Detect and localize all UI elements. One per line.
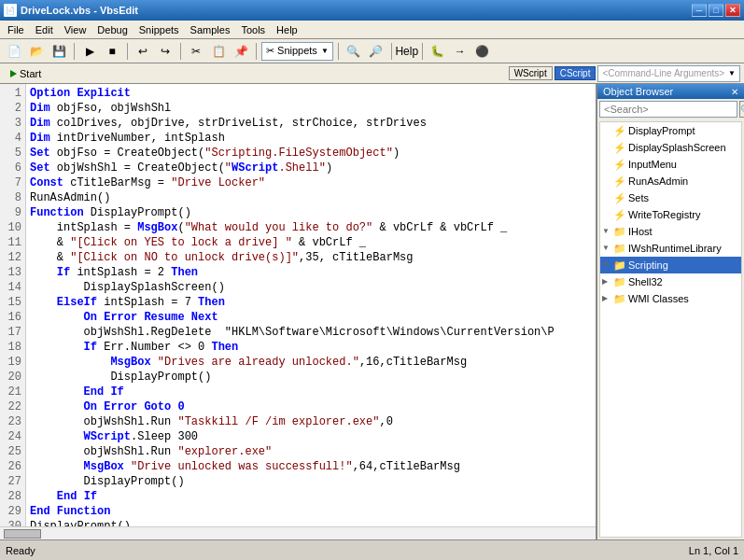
help-button[interactable]: Help [397,41,417,62]
tree-item-writetoregistry[interactable]: ⚡ WriteToRegistry [600,206,741,223]
tree-item-label: DisplaySplashScreen [628,140,726,155]
expand-icon: ▼ [602,241,611,256]
tree-item-shell32[interactable]: ▶ 📁 Shell32 [600,273,741,290]
wscript-tab[interactable]: WScript [509,66,553,80]
maximize-button[interactable]: □ [709,4,723,17]
toolbar-sep-4 [256,43,257,60]
tree-item-sets[interactable]: ⚡ Sets [600,189,741,206]
title-bar-buttons: ─ □ ✕ [692,4,740,17]
code-line: MsgBox "Drive unlocked was successfull!"… [30,459,592,474]
undo-button[interactable]: ↩ [133,41,153,62]
stop-button[interactable]: ■ [102,41,122,62]
line-number: 1 [4,86,21,101]
code-editor: 1234567891011121314151617181920212223242… [0,84,597,539]
tree-item-inputmenu[interactable]: ⚡ InputMenu [600,156,741,173]
item-icon: ⚡ [613,207,626,222]
redo-button[interactable]: ↪ [155,41,175,62]
search-button[interactable]: 🔍 [739,101,744,118]
tree-item-ihost[interactable]: ▼ 📁 IHost [600,223,741,240]
code-line: DisplayPrompt() [30,474,592,489]
start-label: Start [20,68,41,79]
tree-item-label: InputMenu [628,157,677,172]
tree-item-label: Sets [628,190,649,205]
folder-icon: 📁 [613,241,626,256]
copy-button[interactable]: 📋 [208,41,229,62]
cscript-label: CScript [560,68,591,78]
tree-item-label: WMI Classes [628,291,689,306]
line-number: 27 [4,474,21,489]
expand-icon: ▶ [602,274,611,289]
line-number: 17 [4,325,21,340]
folder-icon: 📁 [613,274,626,289]
code-line: RunAsAdmin() [30,190,592,205]
cmd-args-placeholder: <Command-Line Arguments> [602,68,724,78]
line-number: 19 [4,355,21,370]
start-icon [10,70,17,77]
code-line: objWshShl.Run "explorer.exe" [30,444,592,459]
new-button[interactable]: 📄 [4,41,24,62]
object-browser-panel: Object Browser ✕ 🔍 ⚡ DisplayPrompt ⚡ Dis… [597,84,744,539]
main-content: 1234567891011121314151617181920212223242… [0,84,744,539]
menu-edit[interactable]: Edit [30,22,59,37]
line-number: 5 [4,146,21,161]
line-number: 9 [4,205,21,220]
code-line: WScript.Sleep 300 [30,429,592,444]
window-title: DriveLock.vbs - VbsEdit [21,5,138,16]
menu-file[interactable]: File [2,22,30,37]
tree-item-displaysplashscreen[interactable]: ⚡ DisplaySplashScreen [600,139,741,156]
menu-bar: File Edit View Debug Snippets Samples To… [0,21,744,39]
paste-button[interactable]: 📌 [231,41,251,62]
minimize-button[interactable]: ─ [692,4,707,17]
toolbar-sep-5 [338,43,339,60]
cmd-args-input[interactable]: <Command-Line Arguments> ▼ [597,65,740,82]
line-number: 2 [4,101,21,116]
cursor-position: Ln 1, Col 1 [689,545,738,556]
breakpoint-button[interactable]: ⚫ [472,41,493,62]
wscript-label: WScript [514,68,547,78]
snippets-combo[interactable]: ✂ Snippets ▼ [261,42,333,61]
tree-item-iwshruntimelibrary[interactable]: ▼ 📁 IWshRuntimeLibrary [600,240,741,257]
debug-button[interactable]: 🐛 [428,41,448,62]
menu-help[interactable]: Help [271,22,303,37]
start-button[interactable]: Start [4,66,48,81]
zoom-out-button[interactable]: 🔎 [366,41,386,62]
tree-item-scripting[interactable]: ▼ 📁 Scripting [600,257,741,273]
cmd-args-arrow-icon: ▼ [728,69,736,77]
code-content[interactable]: Option ExplicitDim objFso, objWshShlDim … [26,84,596,526]
code-line: objWshShl.RegDelete "HKLM\Software\Micro… [30,325,592,340]
tree-item-runasadmin[interactable]: ⚡ RunAsAdmin [600,173,741,189]
tree-item-label: Scripting [628,258,668,273]
item-icon: ⚡ [613,157,626,172]
line-number: 11 [4,235,21,250]
menu-snippets[interactable]: Snippets [133,22,185,37]
status-left: Ready [6,545,35,556]
open-button[interactable]: 📂 [26,41,47,62]
line-number: 4 [4,131,21,146]
object-browser-close-button[interactable]: ✕ [731,87,738,97]
step-button[interactable]: → [450,41,470,62]
line-number: 21 [4,385,21,399]
zoom-in-button[interactable]: 🔍 [344,41,364,62]
object-tree[interactable]: ⚡ DisplayPrompt ⚡ DisplaySplashScreen ⚡ … [599,121,742,538]
code-line: ElseIf intSplash = 7 Then [30,295,592,310]
cscript-tab[interactable]: CScript [554,66,597,80]
toolbar: 📄 📂 💾 ▶ ■ ↩ ↪ ✂ 📋 📌 ✂ Snippets ▼ 🔍 🔎 Hel… [0,39,744,63]
menu-samples[interactable]: Samples [185,22,236,37]
search-input[interactable] [599,101,737,118]
save-button[interactable]: 💾 [49,41,69,62]
item-icon: ⚡ [613,174,626,189]
horizontal-scrollbar[interactable] [0,526,596,539]
menu-view[interactable]: View [59,22,92,37]
line-number: 30 [4,519,21,526]
menu-tools[interactable]: Tools [235,22,271,37]
close-button[interactable]: ✕ [725,4,740,17]
snippets-arrow-icon: ▼ [321,47,329,55]
menu-debug[interactable]: Debug [91,22,133,37]
tree-item-wmiclasses[interactable]: ▶ 📁 WMI Classes [600,290,741,307]
code-line: DisplayPrompt() [30,370,592,385]
tree-item-displayprompt[interactable]: ⚡ DisplayPrompt [600,122,741,139]
cut-button[interactable]: ✂ [186,41,206,62]
line-number: 10 [4,220,21,235]
run-script-button[interactable]: ▶ [79,41,100,62]
run-bar: Start WScript CScript <Command-Line Argu… [0,63,744,84]
